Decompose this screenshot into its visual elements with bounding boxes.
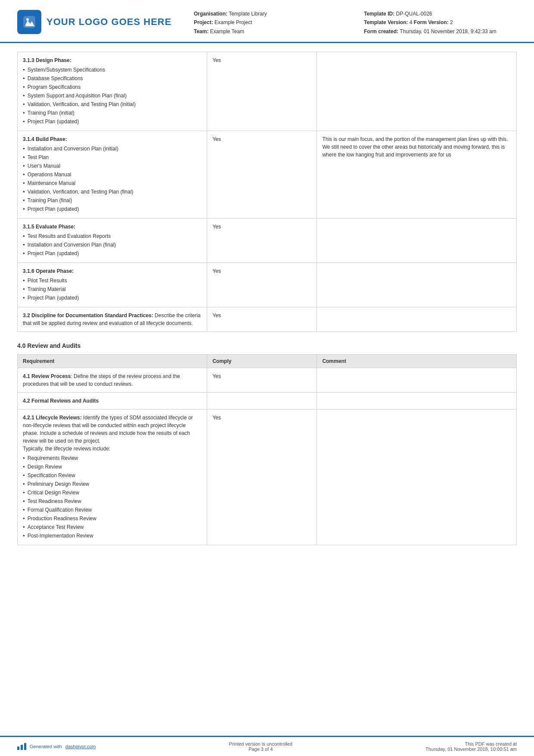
review-table: Requirement Comply Comment 4.1 Review Pr…	[17, 354, 517, 545]
generated-text: Generated with	[30, 744, 62, 749]
comment-cell-315	[317, 219, 517, 263]
comment-cell-316	[317, 263, 517, 307]
comment-cell-42	[317, 393, 517, 409]
template-id-label: Template ID:	[364, 11, 394, 17]
list-item: Training Plan (initial)	[23, 109, 202, 117]
req-cell-42: 4.2 Formal Reviews and Audits	[18, 393, 207, 409]
section-title-40: 4.0 Review and Audits	[17, 342, 517, 349]
list-item: System Support and Acquisition Plan (fin…	[23, 92, 202, 100]
review-table-head: Requirement Comply Comment	[18, 355, 517, 368]
req-cell-315: 3.1.5 Evaluate Phase: Test Results and E…	[18, 219, 207, 263]
req-title-314: 3.1.4 Build Phase:	[23, 136, 67, 142]
col-header-comply: Comply	[207, 355, 317, 368]
list-item: Installation and Conversion Plan (initia…	[23, 145, 202, 153]
org-value: Template Library	[229, 11, 267, 17]
req-cell-32: 3.2 Discipline for Documentation Standar…	[18, 307, 207, 332]
list-item: Test Readiness Review	[23, 497, 202, 505]
org-label: Organisation:	[194, 11, 227, 17]
team-label: Team:	[194, 28, 208, 34]
list-item: User's Manual	[23, 162, 202, 170]
header-meta-right: Template ID: DP-QUAL-0026 Template Versi…	[364, 9, 517, 36]
req-title-41: 4.1 Review Process	[23, 373, 71, 379]
bullet-list-314: Installation and Conversion Plan (initia…	[23, 145, 202, 213]
logo-text: YOUR LOGO GOES HERE	[47, 16, 171, 28]
comply-cell-314: Yes	[207, 131, 317, 219]
col-header-requirement: Requirement	[18, 355, 207, 368]
logo-svg	[22, 14, 37, 30]
form-version-label: Form Version:	[414, 19, 449, 25]
list-item: Project Plan (updated)	[23, 118, 202, 125]
svg-point-1	[26, 18, 29, 21]
comment-cell-314: This is our main focus, and the portion …	[317, 131, 517, 219]
list-item: Requirements Review	[23, 454, 202, 462]
comment-cell-41	[317, 368, 517, 393]
comply-cell-42	[207, 393, 317, 409]
bullet-list-421: Requirements Review Design Review Specif…	[23, 454, 202, 540]
main-table: 3.1.3 Design Phase: System/Subsystem Spe…	[17, 52, 517, 332]
list-item: Training Plan (final)	[23, 197, 202, 204]
header: YOUR LOGO GOES HERE Organisation: Templa…	[0, 0, 534, 43]
footer-right: This PDF was created atThursday, 01 Nove…	[425, 741, 517, 752]
dashpivot-icon	[17, 743, 26, 750]
req-title-316: 3.1.6 Operate Phase:	[23, 268, 74, 274]
req-cell-313: 3.1.3 Design Phase: System/Subsystem Spe…	[18, 52, 207, 131]
req-title-32: 3.2 Discipline for Documentation Standar…	[23, 312, 153, 319]
table-row: 3.2 Discipline for Documentation Standar…	[18, 307, 517, 332]
table-row: 3.1.3 Design Phase: System/Subsystem Spe…	[18, 52, 517, 131]
table-header-row: Requirement Comply Comment	[18, 355, 517, 368]
form-created-line: Form created: Thursday, 01 November 2018…	[364, 27, 517, 36]
team-value: Example Team	[210, 28, 244, 34]
main-content: 3.1.3 Design Phase: System/Subsystem Spe…	[0, 43, 534, 736]
list-item: Production Readiness Review	[23, 515, 202, 522]
list-item: Critical Design Review	[23, 489, 202, 497]
team-line: Team: Example Team	[194, 27, 347, 36]
bullet-list-316: Pilot Test Results Training Material Pro…	[23, 277, 202, 302]
org-line: Organisation: Template Library	[194, 9, 347, 18]
footer-link[interactable]: dashpivot.com	[65, 744, 96, 749]
table-row: 4.2.1 Lifecycle Reviews: Identify the ty…	[18, 409, 517, 545]
form-created-label: Form created:	[364, 28, 398, 34]
list-item: Project Plan (updated)	[23, 205, 202, 213]
logo-icon	[17, 10, 41, 34]
form-version-value: 2	[450, 19, 453, 25]
template-version-label: Template Version:	[364, 19, 408, 25]
template-version-value: 4	[410, 19, 413, 25]
logo-area: YOUR LOGO GOES HERE	[17, 8, 181, 36]
template-id-line: Template ID: DP-QUAL-0026	[364, 9, 517, 18]
list-item: Post-Implementation Review	[23, 532, 202, 540]
bullet-list-315: Test Results and Evaluation Reports Inst…	[23, 232, 202, 257]
template-id-value: DP-QUAL-0026	[396, 11, 432, 17]
table-row: 4.1 Review Process: Define the steps of …	[18, 368, 517, 393]
bar1	[17, 747, 19, 750]
list-item: Validation, Verification, and Testing Pl…	[23, 100, 202, 108]
project-line: Project: Example Project	[194, 18, 347, 27]
comply-cell-315: Yes	[207, 219, 317, 263]
list-item: Maintenance Manual	[23, 179, 202, 187]
table-row: 4.2 Formal Reviews and Audits	[18, 393, 517, 409]
list-item: Pilot Test Results	[23, 277, 202, 284]
comply-cell-41: Yes	[207, 368, 317, 393]
list-item: Operations Manual	[23, 171, 202, 178]
footer: Generated with dashpivot.com Printed ver…	[0, 736, 534, 756]
table-row: 3.1.6 Operate Phase: Pilot Test Results …	[18, 263, 517, 307]
req-cell-41: 4.1 Review Process: Define the steps of …	[18, 368, 207, 393]
list-item: Specification Review	[23, 472, 202, 479]
list-item: Installation and Conversion Plan (final)	[23, 241, 202, 249]
list-item: Program Specifications	[23, 83, 202, 91]
list-item: Test Plan	[23, 153, 202, 161]
bar3	[24, 743, 26, 750]
req-title-315: 3.1.5 Evaluate Phase:	[23, 224, 75, 230]
list-item: Validation, Verification, and Testing Pl…	[23, 188, 202, 196]
list-item: Design Review	[23, 463, 202, 471]
review-table-body: 4.1 Review Process: Define the steps of …	[18, 368, 517, 545]
req-cell-316: 3.1.6 Operate Phase: Pilot Test Results …	[18, 263, 207, 307]
comply-cell-313: Yes	[207, 52, 317, 131]
req-title-313: 3.1.3 Design Phase:	[23, 57, 71, 63]
list-item: Formal Qualification Review	[23, 506, 202, 514]
comment-cell-421	[317, 409, 517, 545]
comply-cell-316: Yes	[207, 263, 317, 307]
req-cell-314: 3.1.4 Build Phase: Installation and Conv…	[18, 131, 207, 219]
comment-cell-313	[317, 52, 517, 131]
list-item: Project Plan (updated)	[23, 294, 202, 302]
list-item: Acceptance Test Review	[23, 523, 202, 531]
